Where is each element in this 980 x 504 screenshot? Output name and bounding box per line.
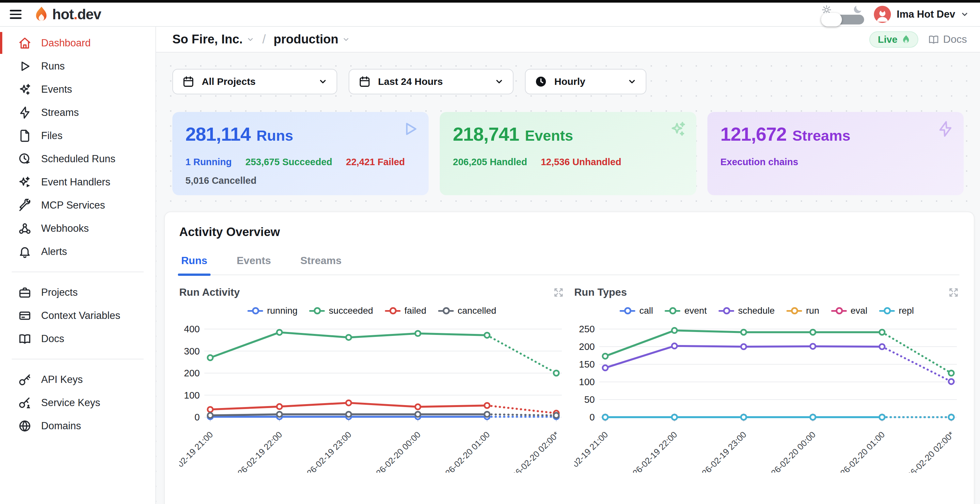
legend-label: schedule — [738, 305, 775, 316]
expand-icon[interactable] — [553, 286, 565, 298]
filter-last-24-hours[interactable]: Last 24 Hours — [348, 69, 514, 94]
stat-segment: 253,675 Succeeded — [245, 157, 332, 167]
sidebar-item-files[interactable]: Files — [0, 124, 155, 147]
sidebar-item-label: Webhooks — [41, 223, 89, 234]
legend-marker — [309, 307, 325, 314]
sidebar-item-runs[interactable]: Runs — [0, 54, 155, 78]
avatar — [873, 5, 891, 24]
filter-hourly[interactable]: Hourly — [525, 69, 646, 94]
chart-title: Run Types — [574, 286, 627, 298]
stat-cards-row: 281,114Runs1 Running253,675 Succeeded22,… — [172, 112, 964, 195]
play-icon — [18, 60, 31, 73]
svg-text:2026-02-19 21:00: 2026-02-19 21:00 — [179, 429, 215, 473]
sidebar-item-streams[interactable]: Streams — [0, 101, 155, 124]
env-name: production — [274, 32, 338, 46]
legend-marker — [620, 307, 635, 314]
tab-streams[interactable]: Streams — [298, 254, 344, 275]
calendar-icon — [182, 75, 194, 88]
sidebar-item-context-variables[interactable]: Context Variables — [0, 304, 155, 327]
stat-label: Events — [525, 127, 573, 144]
chevron-down-icon — [627, 77, 636, 86]
legend-item-failed[interactable]: failed — [385, 305, 426, 316]
legend-item-run[interactable]: run — [786, 305, 819, 316]
sparkles-play-icon — [18, 176, 31, 189]
tab-runs[interactable]: Runs — [179, 254, 209, 275]
stat-card-events: 218,741Events206,205 Handled12,536 Unhan… — [440, 112, 696, 195]
sidebar-item-label: MCP Services — [41, 199, 105, 211]
sidebar-item-projects[interactable]: Projects — [0, 281, 155, 304]
sidebar-item-label: Events — [41, 84, 72, 95]
filters-row: All ProjectsLast 24 HoursHourly — [172, 69, 980, 94]
legend-label: running — [267, 305, 298, 316]
sidebar-item-api-keys[interactable]: API Keys — [0, 368, 155, 391]
legend-item-event[interactable]: event — [665, 305, 707, 316]
line-plot: 0501001502002502026-02-19 21:002026-02-1… — [574, 319, 959, 473]
stat-card-streams: 121,672StreamsExecution chains — [707, 112, 964, 195]
user-name: Ima Hot Dev — [897, 8, 955, 20]
flame-icon — [900, 34, 911, 45]
sidebar-item-label: Event Handlers — [41, 176, 110, 188]
book-icon — [18, 332, 31, 345]
theme-toggle-knob[interactable] — [821, 13, 842, 27]
legend-item-succeeded[interactable]: succeeded — [309, 305, 373, 316]
sidebar-item-service-keys[interactable]: Service Keys — [0, 391, 155, 414]
legend-marker — [879, 307, 895, 314]
svg-text:250: 250 — [579, 324, 595, 334]
activity-tabs: RunsEventsStreams — [179, 254, 959, 275]
legend-marker — [438, 307, 454, 314]
stat-breakdown: Execution chains — [721, 157, 951, 167]
tab-events[interactable]: Events — [235, 254, 273, 275]
zap-icon — [18, 106, 31, 119]
sidebar-item-scheduled-runs[interactable]: Scheduled Runs — [0, 147, 155, 170]
moon-icon — [852, 4, 863, 15]
chevron-down-icon — [318, 77, 328, 86]
sidebar-item-docs[interactable]: Docs — [0, 327, 155, 350]
legend-item-call[interactable]: call — [620, 305, 653, 316]
legend-marker — [247, 307, 263, 314]
sidebar-item-label: Streams — [41, 107, 79, 119]
bell-icon — [18, 245, 31, 258]
live-label: Live — [878, 34, 897, 45]
run-activity-chart: Run Activity runningsucceededfailedcance… — [179, 286, 565, 473]
legend-label: failed — [404, 305, 426, 316]
docs-link[interactable]: Docs — [928, 33, 967, 45]
sidebar-item-event-handlers[interactable]: Event Handlers — [0, 170, 155, 194]
legend-item-running[interactable]: running — [247, 305, 298, 316]
legend-item-eval[interactable]: eval — [831, 305, 867, 316]
file-icon — [18, 129, 31, 142]
env-selector[interactable]: production — [274, 32, 350, 46]
legend-item-cancelled[interactable]: cancelled — [438, 305, 496, 316]
sidebar-divider — [12, 359, 144, 359]
filter-all-projects[interactable]: All Projects — [172, 69, 337, 94]
theme-toggle-track[interactable] — [821, 15, 864, 24]
sidebar-item-domains[interactable]: Domains — [0, 414, 155, 437]
theme-toggle[interactable] — [821, 4, 864, 24]
clock-play-icon — [18, 153, 31, 165]
activity-overview-title: Activity Overview — [179, 225, 959, 239]
sidebar: DashboardRunsEventsStreamsFilesScheduled… — [0, 27, 156, 504]
sidebar-item-events[interactable]: Events — [0, 78, 155, 101]
org-selector[interactable]: So Fire, Inc. — [172, 32, 254, 46]
svg-text:300: 300 — [184, 346, 200, 356]
legend-item-schedule[interactable]: schedule — [719, 305, 775, 316]
legend-item-repl[interactable]: repl — [879, 305, 914, 316]
stat-segment: 22,421 Failed — [346, 157, 405, 167]
sidebar-item-dashboard[interactable]: Dashboard — [0, 31, 155, 54]
user-menu[interactable]: Ima Hot Dev — [873, 5, 969, 24]
sidebar-divider — [12, 272, 144, 272]
expand-icon[interactable] — [948, 286, 959, 298]
sidebar-item-alerts[interactable]: Alerts — [0, 240, 155, 263]
legend-label: run — [806, 305, 819, 316]
sparkles-icon — [18, 83, 31, 96]
menu-icon[interactable] — [10, 8, 24, 21]
content: So Fire, Inc. / production Live Docs — [156, 27, 980, 504]
legend-marker — [385, 307, 401, 314]
dashboard-main: All ProjectsLast 24 HoursHourly 281,114R… — [156, 52, 980, 504]
breadcrumb: So Fire, Inc. / production Live Docs — [156, 27, 980, 52]
sidebar-item-webhooks[interactable]: Webhooks — [0, 217, 155, 240]
chevron-down-icon — [247, 36, 254, 43]
stat-card-runs: 281,114Runs1 Running253,675 Succeeded22,… — [172, 112, 429, 195]
svg-text:0: 0 — [590, 412, 595, 422]
svg-text:100: 100 — [579, 377, 595, 387]
sidebar-item-mcp-services[interactable]: MCP Services — [0, 194, 155, 217]
